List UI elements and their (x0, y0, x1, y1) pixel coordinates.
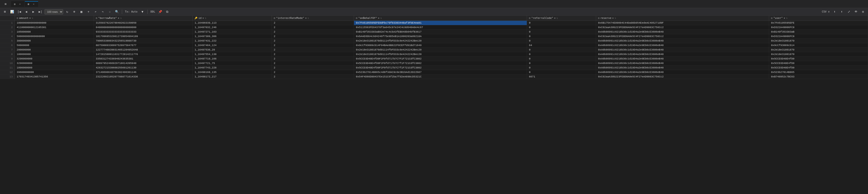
table-row[interactable]: 81000000001472815800116317728142117761_1… (0, 52, 868, 56)
behalf-filter-icon[interactable]: ▼ (378, 17, 379, 20)
filter-button[interactable]: ▦ (78, 9, 85, 15)
csv-label[interactable]: CSV ∨ (821, 10, 831, 13)
cell-id[interactable]: 1_16497464_124 (193, 43, 272, 48)
cell-mode[interactable]: 2 (272, 21, 354, 25)
col-header-referral[interactable]: ⊞ "referralCode" ▼ ⇅ (527, 15, 596, 21)
cell-amount[interactable]: 3290000000 (15, 56, 94, 61)
cell-borrowrate[interactable]: 31550376226780402022150050 (94, 21, 193, 25)
cell-mode[interactable]: 2 (272, 39, 354, 43)
cell-id[interactable]: 1_16497271_163 (193, 30, 272, 34)
add-row-button[interactable]: + (86, 9, 92, 15)
cell-id[interactable]: 1_16498172_217 (193, 75, 272, 79)
cell-user[interactable]: 0x5CCD3D48E4fD0 (769, 66, 868, 70)
id-filter-icon[interactable]: ▼ (203, 17, 204, 20)
row-number[interactable]: 8 (0, 52, 15, 56)
redo-button[interactable]: ↷ (100, 9, 106, 15)
row-number[interactable]: 3 (0, 30, 15, 34)
cell-mode[interactable]: 2 (272, 48, 354, 52)
search-button[interactable]: 🔍 (114, 9, 120, 15)
cell-reserve[interactable]: 0xA0b86991c6218b36c1d19D4a2e9Eb0cE3606eB… (596, 30, 769, 34)
mode-filter-icon[interactable]: ▼ (305, 17, 306, 20)
table-row[interactable]: 72000000001227774083903146512849526481_1… (0, 48, 868, 52)
pin-button[interactable]: 📌 (157, 9, 163, 15)
close-tab2-button[interactable]: × (32, 3, 35, 6)
cell-amount[interactable]: 3290000000 (15, 61, 94, 66)
chart-button[interactable]: 📊 (9, 9, 15, 15)
cell-referral[interactable]: 0 (527, 30, 596, 34)
cell-id[interactable]: 1_16497032_246 (193, 25, 272, 30)
settings-button[interactable]: ⚙ (860, 9, 866, 15)
tx-dropdown[interactable]: ▼ (140, 9, 146, 15)
cell-onbehalfof[interactable]: 0xbAAE6bb4c6d4246f75e9D5eB1A1890203a0921… (354, 34, 527, 39)
cell-mode[interactable]: 2 (272, 56, 354, 61)
cell-reserve[interactable]: 0xC02aaA39b223FE8D0A0e5C4F27eAD9083C756C… (596, 34, 769, 39)
cell-mode[interactable]: 2 (272, 70, 354, 75)
cell-reserve[interactable]: 0xA0b86991c6218b36c1d19D4a2e9Eb0cE3606eB… (596, 39, 769, 43)
col-header-reserve[interactable]: ⊞ reserve ▼ ⇅ (596, 15, 769, 21)
tab-borrow[interactable]: ⊞ × (25, 1, 38, 7)
cell-amount[interactable]: 300000000 (15, 39, 94, 43)
borrowrate-filter-icon[interactable]: ▼ (118, 17, 119, 20)
row-number[interactable]: 9 (0, 56, 15, 61)
next-button[interactable]: ▶ (30, 9, 36, 15)
cell-onbehalfof[interactable]: 0x5115563FE64378f3a645c97e24C4c8d640A0e4… (354, 25, 527, 30)
cell-referral[interactable]: 0 (527, 66, 596, 70)
cell-borrowrate[interactable]: 232226921052877888771614336 (94, 75, 193, 79)
cell-mode[interactable]: 2 (272, 75, 354, 79)
col-header-id[interactable]: 🔑 id ▼ ⇅ (193, 15, 272, 21)
cell-onbehalfof[interactable]: 0x523b27014B865c4d8f3dAC9c6e3B1bAd13D22b… (354, 70, 527, 75)
cell-reserve[interactable]: 0x6B175474E89094C44Da98b954EedeAC495271d… (596, 21, 769, 25)
user-filter-icon[interactable]: ▼ (784, 17, 785, 20)
eye-button[interactable]: 👁 (853, 9, 859, 15)
clear-button[interactable]: ⊗ (71, 9, 78, 15)
table-row[interactable]: 932900000003358312743369402436353811_164… (0, 56, 868, 61)
cell-mode[interactable]: 2 (272, 34, 354, 39)
cell-mode[interactable]: 2 (272, 25, 354, 30)
table-row[interactable]: 103290000000608979524669297186142059401_… (0, 61, 868, 66)
table-row[interactable]: 111090000000426327215396082556912611301_… (0, 66, 868, 70)
cell-mode[interactable]: 2 (272, 43, 354, 48)
cell-borrowrate[interactable]: 60897952466929718614205940 (94, 61, 193, 66)
refresh-button[interactable]: ↻ (64, 9, 70, 15)
cell-reserve[interactable]: 0xA0b86991c6218b36c1d19D4a2e9Eb0cE3606eB… (596, 61, 769, 66)
row-number[interactable]: 6 (0, 43, 15, 48)
cell-borrowrate[interactable]: 147281580011631772814211776 (94, 52, 193, 56)
cell-amount[interactable]: 39600000000 (15, 70, 94, 75)
cell-amount[interactable]: 500000000000000000 (15, 34, 94, 39)
cell-borrowrate[interactable]: 122777408390314651284952648 (94, 48, 193, 52)
row-number[interactable]: 12 (0, 70, 15, 75)
cell-user[interactable]: 0x2e18e31801870 (769, 39, 868, 43)
cell-referral[interactable]: 0 (527, 34, 596, 39)
cell-onbehalfof[interactable]: 0x7FA5195595EFE0dFbc79f03303448af3FbE4ea… (354, 21, 527, 25)
cell-onbehalfof[interactable]: 0x5CCD3D48E4fD0F2F0fd717b7C7f1F721CdfC38… (354, 61, 527, 66)
table-row[interactable]: 1100000000000000000031550376226780402022… (0, 21, 868, 25)
amount-filter-icon[interactable]: ▼ (29, 17, 31, 20)
cell-amount[interactable]: 200000000 (15, 48, 94, 52)
cell-referral[interactable]: 0 (527, 39, 596, 43)
row-number[interactable]: 1 (0, 21, 15, 25)
cell-onbehalfof[interactable]: 0x2e18e31801870d91114fbFD33c6e4242242Bec… (354, 52, 527, 56)
cell-user[interactable]: 0x5CCD3D48E4fD0 (769, 56, 868, 61)
cell-borrowrate[interactable]: 84800000000000000000000000 (94, 25, 193, 30)
undo-button[interactable]: ↶ (93, 9, 99, 15)
cell-referral[interactable]: 0 (527, 48, 596, 52)
cell-referral[interactable]: 0 (527, 56, 596, 61)
grid-view-button[interactable]: ⊞ (2, 9, 8, 15)
cell-id[interactable]: 1_16497431_222 (193, 39, 272, 43)
row-number[interactable]: 5 (0, 39, 15, 43)
table-row[interactable]: 650000000887590893309975209758476771_164… (0, 43, 868, 48)
cell-onbehalfof[interactable]: 0x54F4D66D80437Ee151C6f2ba7fd2eA698cD532… (354, 75, 527, 79)
cell-id[interactable]: 1_16497721_75 (193, 61, 272, 66)
row-number[interactable]: 10 (0, 61, 15, 66)
cell-reserve[interactable]: 0xA0b86991c6218b36c1d19D4a2e9Eb0cE3606eB… (596, 52, 769, 56)
cell-onbehalfof[interactable]: 0x2e18e31801870d91114fbFD33c6e4242242Bec… (354, 39, 527, 43)
cell-borrowrate[interactable]: 37140690648756382496301146 (94, 70, 193, 75)
col-header-interestmode[interactable]: ⊞ "interestRateMode" ▼ ⇅ (272, 15, 354, 21)
cell-reserve[interactable]: 0xA0b86991c6218b36c1d19D4a2e9Eb0cE3606eB… (596, 70, 769, 75)
cell-user[interactable]: 0x5CCD3D48E4fD0 (769, 61, 868, 66)
upload-button[interactable]: ⬆ (839, 9, 845, 15)
cell-borrowrate[interactable]: 79005338003432256519088730 (94, 39, 193, 43)
tab-reserve-data[interactable]: ⊞ × (11, 1, 24, 7)
cell-mode[interactable]: 2 (272, 52, 354, 56)
cell-referral[interactable]: 0 (527, 70, 596, 75)
